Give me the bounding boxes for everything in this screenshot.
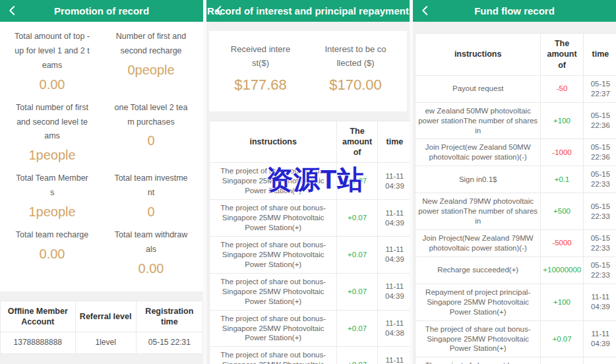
fundflow-row: Join Project(ew Zealand 50MW photovoltai…: [416, 139, 616, 166]
fundflow-row: ew Zealand 50MW photovoltaic power stati…: [416, 102, 616, 139]
stat-label: Total team recharge: [9, 228, 95, 243]
interest-row: The project of share out bonus-Singapore…: [210, 347, 410, 364]
amount-cell: +100: [541, 102, 583, 139]
back-icon[interactable]: [212, 3, 226, 18]
amount-cell: +0.07: [337, 236, 377, 273]
instruction-cell: Recharge succeeded(+): [416, 257, 541, 284]
app-root: Promotion of record Total amount of top …: [0, 0, 616, 364]
page-title: Fund flow record: [474, 5, 555, 16]
instruction-cell: The project of share out bonus-Singapore…: [210, 347, 337, 364]
stat-item: one Total level 2 team purchases 0: [102, 101, 200, 172]
instruction-cell: The project of share out bonus-Singapore…: [210, 163, 337, 200]
amount-cell: +0.1: [541, 166, 583, 193]
time-cell: 11-11 04:39: [377, 273, 410, 310]
column-header-time: time: [583, 34, 616, 76]
amount-cell: -50: [541, 75, 583, 102]
stat-value: 0: [108, 131, 194, 150]
amount-cell: +0.07: [337, 273, 377, 310]
time-cell: 05-15 22:36: [583, 139, 616, 166]
page-title: Promotion of record: [54, 5, 149, 16]
fundflow-row: Repayment of project principal-Singapore…: [416, 284, 616, 320]
stat-value: 1people: [9, 145, 95, 165]
back-icon[interactable]: [5, 3, 20, 18]
offline-member-table: Offline Member Account Referral level Re…: [0, 301, 203, 354]
instruction-cell: Repayment of project principal-Singapore…: [416, 284, 541, 320]
referral-level-cell: 1level: [75, 332, 136, 354]
column-header-instructions: instructions: [416, 34, 541, 76]
fundflow-row: Join Project(New Zealand 79MW photovolta…: [416, 230, 616, 257]
table-header-row: Offline Member Account Referral level Re…: [1, 301, 203, 332]
stat-item: Number of first and second recharge 0peo…: [102, 30, 200, 101]
instruction-cell: New Zealand 79MW photovoltaic power stat…: [416, 193, 541, 230]
back-icon[interactable]: [418, 3, 433, 18]
instruction-cell: The project of share out bonus-Singapore…: [416, 320, 541, 357]
time-cell: 05-15 22:33: [583, 230, 616, 257]
instruction-cell: Sign in0.1$: [416, 166, 541, 193]
interest-row: The project of share out bonus-Singapore…: [210, 236, 410, 273]
time-cell: 11-11 04:37: [377, 347, 410, 364]
stat-label: Total Team Members: [9, 171, 95, 200]
stat-item: Received interest($) $177.68: [213, 43, 308, 102]
table-header-row: instructions The amount of time: [416, 34, 616, 76]
stat-item: Interest to be collected ($) $170.00: [308, 43, 403, 102]
stat-value: $170.00: [315, 74, 396, 96]
stat-label: one Total level 2 team purchases: [108, 101, 194, 130]
interest-row: The project of share out bonus-Singapore…: [210, 163, 410, 200]
time-cell: 11-11 04:39: [377, 163, 410, 200]
interest-row: The project of share out bonus-Singapore…: [210, 200, 410, 237]
stat-item: Total team recharge 0.00: [3, 228, 102, 285]
amount-cell: +0.07: [337, 200, 377, 237]
amount-cell: +0.07: [541, 320, 583, 357]
account-cell: 13788888888: [1, 332, 76, 354]
fundflow-row: Payout request -50 05-15 22:37: [416, 75, 616, 102]
stat-label: Total number of first and second level t…: [9, 101, 95, 144]
time-cell: 05-15 22:33: [583, 166, 616, 193]
stat-value: 0.00: [9, 244, 95, 264]
stat-value: 0: [108, 202, 194, 222]
amount-cell: -5000: [541, 230, 583, 257]
column-header-instructions: instructions: [210, 121, 337, 163]
promotion-stats: Total amount of top - up for level 1 and…: [0, 22, 203, 291]
amount-cell: +0.07: [337, 163, 377, 200]
stat-item: Total amount of top - up for level 1 and…: [3, 30, 102, 101]
stat-label: Interest to be collected ($): [315, 43, 396, 71]
instruction-cell: Join Project(New Zealand 79MW photovolta…: [416, 230, 541, 257]
interest-table: instructions The amount of time The proj…: [209, 121, 410, 364]
column-header-account: Offline Member Account: [1, 301, 76, 332]
panel-promotion-of-record: Promotion of record Total amount of top …: [0, 0, 203, 364]
stat-item: Total number of first and second level t…: [3, 101, 102, 172]
panel-interest-record: Record of interest and principal repayme…: [206, 0, 410, 364]
instruction-cell: ew Zealand 50MW photovoltaic power stati…: [416, 102, 541, 139]
instruction-cell: Join Project(ew Zealand 50MW photovoltai…: [416, 139, 541, 166]
instruction-cell: Payout request: [416, 75, 541, 102]
navbar-interest: Record of interest and principal repayme…: [206, 0, 410, 22]
stat-value: 0people: [108, 60, 194, 80]
stat-value: 1people: [9, 202, 95, 222]
time-cell: 11-11 04:39: [583, 284, 616, 320]
table-header-row: instructions The amount of time: [210, 121, 410, 163]
time-cell: 11-11 04:39: [377, 200, 410, 237]
instruction-cell: The project of share out bonus-Singapore…: [210, 236, 337, 273]
member-row: 13788888888 1level 05-15 22:31: [1, 332, 203, 354]
instruction-cell: The project of share out bonus-Singapore…: [416, 357, 541, 364]
column-header-amount: The amount of: [541, 34, 583, 76]
amount-cell: +500: [541, 193, 583, 230]
navbar-fundflow: Fund flow record: [413, 0, 616, 22]
interest-stats: Received interest($) $177.68 Interest to…: [209, 31, 407, 111]
column-header-registration-time: Registration time: [136, 301, 202, 332]
stat-label: Number of first and second recharge: [108, 30, 194, 59]
stat-item: Total team withdrawals 0.00: [102, 228, 200, 285]
time-cell: 11-11 04:38: [377, 310, 410, 347]
interest-row: The project of share out bonus-Singapore…: [210, 310, 410, 347]
time-cell: 05-15 22:36: [583, 102, 616, 139]
fundflow-table: instructions The amount of time Payout r…: [415, 33, 616, 364]
time-cell: 05-15 22:33: [583, 193, 616, 230]
time-cell: 05-15 22:37: [583, 75, 616, 102]
amount-cell: +0.07: [541, 357, 583, 364]
fundflow-row: The project of share out bonus-Singapore…: [416, 320, 616, 357]
fundflow-row: New Zealand 79MW photovoltaic power stat…: [416, 193, 616, 230]
fundflow-row: Recharge succeeded(+) +10000000 05-15 22…: [416, 257, 616, 284]
stat-value: 0.00: [9, 75, 95, 94]
amount-cell: -1000: [541, 139, 583, 166]
panel-fund-flow-record: Fund flow record instructions The amount…: [413, 0, 616, 364]
